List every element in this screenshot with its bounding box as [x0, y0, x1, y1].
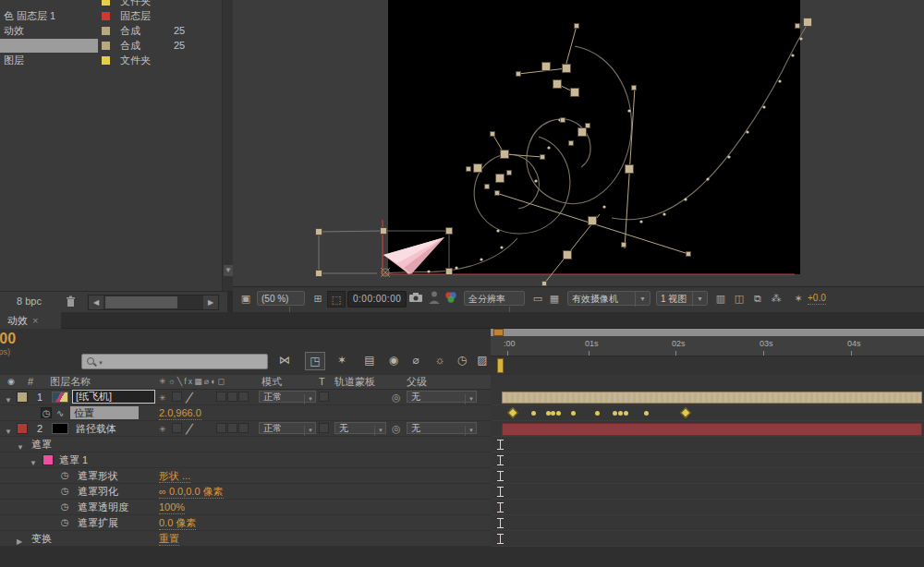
stereo-view-icon[interactable]: ⧉: [750, 291, 765, 306]
property-name[interactable]: 遮罩形状: [78, 468, 118, 483]
collapse-switch[interactable]: [172, 392, 182, 402]
layer-duration-bar[interactable]: [502, 423, 922, 436]
shy-switch-icon[interactable]: ✳: [159, 391, 166, 405]
draft-3d-icon[interactable]: ✶: [333, 352, 351, 368]
group-name[interactable]: 变换: [31, 531, 52, 546]
parent-pickwhip-icon[interactable]: ◎: [392, 390, 401, 404]
scroll-right-icon[interactable]: ▶: [203, 296, 218, 309]
quality-switch-icon[interactable]: ╱: [186, 391, 193, 405]
bit-depth-button[interactable]: 8 bpc: [17, 296, 42, 307]
project-row[interactable]: 文件夹: [0, 0, 222, 8]
property-value[interactable]: 形状 ...: [159, 469, 190, 483]
live-update-icon[interactable]: ◳: [305, 352, 325, 370]
keyframe-dot[interactable]: [551, 411, 555, 416]
collapse-switch[interactable]: [172, 423, 182, 433]
frame-blend-switch[interactable]: [227, 423, 237, 433]
timeline-tab[interactable]: 动效×: [0, 312, 61, 329]
parent-dropdown[interactable]: 无▼: [407, 422, 477, 434]
active-camera-dropdown[interactable]: 有效摄像机▼: [567, 291, 650, 306]
brainstorm-icon[interactable]: ☼: [431, 352, 449, 368]
keyframe-dot[interactable]: [618, 411, 623, 416]
label-color-swatch[interactable]: [102, 27, 110, 35]
scrollbar-down-arrow-icon[interactable]: ▼: [224, 265, 233, 276]
layer-duration-bar[interactable]: [502, 392, 922, 404]
keyframe-dot[interactable]: [571, 411, 576, 416]
preserve-transparency-checkbox[interactable]: [319, 423, 329, 433]
resolution-dropdown[interactable]: 全分辨率▼: [464, 291, 525, 306]
comp-mini-flowchart-icon[interactable]: ⋈: [275, 352, 294, 368]
viewer-timecode[interactable]: 0:00:00:00: [347, 291, 407, 308]
channels-rgb-icon[interactable]: [444, 291, 458, 304]
transparency-grid-icon[interactable]: ▦: [547, 291, 562, 306]
target-region-icon[interactable]: ▭: [530, 291, 545, 306]
blend-mode-dropdown[interactable]: 正常▼: [259, 422, 316, 434]
stopwatch-icon[interactable]: ◷: [41, 407, 52, 418]
label-color-swatch[interactable]: [102, 0, 110, 6]
group-name[interactable]: 遮罩 1: [59, 452, 88, 467]
time-ruler[interactable]: :0001s02s03s04s: [491, 336, 924, 356]
graph-editor-icon[interactable]: ▨: [473, 352, 492, 368]
group-name[interactable]: 遮罩: [31, 437, 52, 452]
frame-blend-switch[interactable]: [227, 392, 237, 402]
project-row[interactable]: 图层文件夹: [0, 53, 222, 67]
hide-shy-icon[interactable]: ▤: [360, 352, 379, 368]
layer-label-swatch[interactable]: [17, 392, 28, 403]
label-color-swatch[interactable]: [102, 12, 110, 20]
project-row[interactable]: 动效合成25: [0, 23, 222, 38]
keyframe-diamond-icon[interactable]: [680, 407, 690, 417]
exposure-value[interactable]: +0.0: [808, 291, 826, 305]
motion-blur-icon[interactable]: ⌀: [407, 352, 425, 368]
keyframe-dot[interactable]: [644, 411, 649, 416]
keyframe-dot[interactable]: [595, 411, 600, 416]
stopwatch-icon[interactable]: ◷: [59, 517, 70, 528]
stopwatch-icon[interactable]: ◷: [59, 501, 70, 513]
trash-icon[interactable]: [65, 296, 77, 308]
scroll-left-icon[interactable]: ◀: [89, 296, 103, 309]
keyframe-dot[interactable]: [531, 411, 536, 416]
label-color-swatch[interactable]: [102, 56, 110, 65]
parent-dropdown[interactable]: 无▼: [407, 391, 477, 403]
exposure-icon[interactable]: ✶: [791, 291, 806, 306]
track-matte-dropdown[interactable]: 无▼: [334, 422, 386, 434]
stopwatch-icon[interactable]: ◷: [59, 486, 70, 497]
view-count-dropdown[interactable]: 1 视图▼: [656, 291, 708, 306]
mask-color-swatch[interactable]: [43, 454, 54, 465]
search-options-icon[interactable]: ▼: [98, 360, 103, 366]
region-of-interest-icon[interactable]: ⬚: [327, 291, 346, 308]
property-value[interactable]: 0.0 像素: [159, 516, 196, 530]
velocity-graph-icon[interactable]: ∿: [56, 406, 64, 421]
property-name[interactable]: 遮罩羽化: [78, 484, 118, 499]
property-value[interactable]: 100%: [159, 501, 185, 514]
reset-link[interactable]: 重置: [159, 532, 179, 546]
motion-blur-switch[interactable]: [238, 392, 249, 402]
project-row[interactable]: 色 固态层 1固态层: [0, 8, 222, 23]
keyframe-dot[interactable]: [624, 411, 628, 416]
position-value[interactable]: 2.0,966.0: [159, 406, 201, 420]
project-row[interactable]: 合成25: [0, 38, 222, 53]
motion-blur-switch[interactable]: [238, 423, 249, 433]
property-name[interactable]: 遮罩透明度: [78, 500, 128, 514]
quality-switch-icon[interactable]: ╱: [186, 422, 193, 437]
keyframe-diamond-icon[interactable]: [507, 407, 517, 417]
timeline-search-input[interactable]: ▼: [81, 354, 268, 369]
magnification-dropdown[interactable]: (50 %)▼: [257, 291, 305, 306]
stopwatch-icon[interactable]: ◷: [59, 470, 70, 481]
layer-name[interactable]: 路径载体: [76, 421, 116, 436]
parent-pickwhip-icon[interactable]: ◎: [392, 421, 401, 436]
project-horizontal-scrollbar[interactable]: ◀ ▶: [88, 295, 219, 310]
layer-label-swatch[interactable]: [17, 423, 28, 434]
navigator-start-handle[interactable]: [493, 329, 504, 336]
show-snapshot-icon[interactable]: [429, 291, 440, 304]
safe-margins-icon[interactable]: ⊞: [310, 291, 325, 306]
current-time-display[interactable]: :00: [0, 331, 16, 347]
time-navigator-bar[interactable]: [491, 329, 924, 336]
blend-mode-dropdown[interactable]: 正常▼: [259, 391, 316, 403]
keyframe-dot[interactable]: [556, 411, 561, 416]
work-area-start-handle[interactable]: [497, 358, 504, 373]
auto-keyframe-icon[interactable]: ◷: [453, 352, 471, 368]
effects-switch[interactable]: [216, 423, 226, 433]
scrollbar-thumb[interactable]: [105, 296, 177, 308]
tab-close-icon[interactable]: ×: [32, 315, 38, 326]
property-name[interactable]: 遮罩扩展: [78, 515, 118, 530]
layer-name-input[interactable]: [纸飞机]: [72, 390, 155, 404]
